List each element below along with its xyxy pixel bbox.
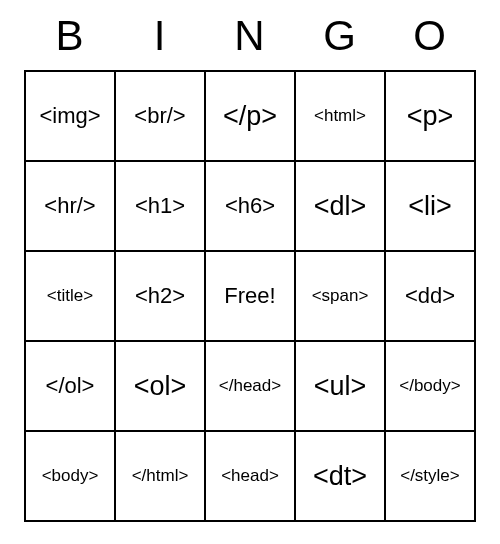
header-letter-i: I — [115, 12, 205, 60]
bingo-cell[interactable]: <head> — [205, 431, 295, 521]
bingo-cell[interactable]: <html> — [295, 71, 385, 161]
header-letter-n: N — [205, 12, 295, 60]
bingo-cell[interactable]: </head> — [205, 341, 295, 431]
bingo-cell[interactable]: <ol> — [115, 341, 205, 431]
bingo-cell[interactable]: <ul> — [295, 341, 385, 431]
bingo-cell[interactable]: </style> — [385, 431, 475, 521]
header-letter-b: B — [25, 12, 115, 60]
bingo-cell[interactable]: <li> — [385, 161, 475, 251]
bingo-cell-free[interactable]: Free! — [205, 251, 295, 341]
bingo-cell[interactable]: <br/> — [115, 71, 205, 161]
bingo-cell[interactable]: </p> — [205, 71, 295, 161]
bingo-cell[interactable]: </html> — [115, 431, 205, 521]
bingo-cell[interactable]: <dd> — [385, 251, 475, 341]
bingo-cell[interactable]: <title> — [25, 251, 115, 341]
bingo-cell[interactable]: <p> — [385, 71, 475, 161]
bingo-cell[interactable]: <h1> — [115, 161, 205, 251]
bingo-cell[interactable]: <h6> — [205, 161, 295, 251]
bingo-cell[interactable]: <hr/> — [25, 161, 115, 251]
bingo-cell[interactable]: <dt> — [295, 431, 385, 521]
header-letter-g: G — [295, 12, 385, 60]
bingo-cell[interactable]: <dl> — [295, 161, 385, 251]
bingo-cell[interactable]: <img> — [25, 71, 115, 161]
bingo-cell[interactable]: <body> — [25, 431, 115, 521]
bingo-cell[interactable]: <span> — [295, 251, 385, 341]
bingo-cell[interactable]: </ol> — [25, 341, 115, 431]
bingo-cell[interactable]: <h2> — [115, 251, 205, 341]
bingo-cell[interactable]: </body> — [385, 341, 475, 431]
header-letter-o: O — [385, 12, 475, 60]
bingo-grid: <img> <br/> </p> <html> <p> <hr/> <h1> <… — [24, 70, 476, 522]
bingo-header-row: B I N G O — [25, 12, 475, 60]
